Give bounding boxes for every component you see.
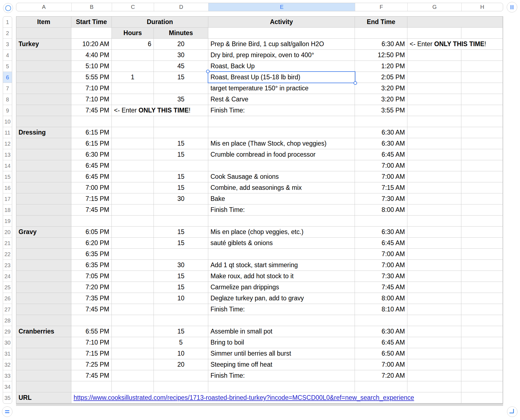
cell-H15[interactable] bbox=[461, 171, 503, 182]
cell-F16-end-time[interactable]: 7:15 AM bbox=[355, 182, 407, 193]
cell-C31-hours[interactable] bbox=[112, 348, 154, 359]
cell-A25[interactable] bbox=[16, 282, 71, 293]
cell-H32[interactable] bbox=[461, 359, 503, 370]
cell-A34[interactable] bbox=[16, 381, 71, 392]
cell-G13[interactable] bbox=[407, 149, 461, 160]
cell-F5-end-time[interactable]: 1:20 PM bbox=[355, 61, 407, 72]
cell-F31-end-time[interactable]: 6:50 AM bbox=[355, 348, 407, 359]
row-header-12[interactable]: 12 bbox=[3, 138, 12, 149]
cell-E9-activity[interactable]: Finish Time: bbox=[208, 105, 355, 116]
row-header-8[interactable]: 8 bbox=[3, 94, 12, 105]
cell-A12[interactable] bbox=[16, 138, 71, 149]
cell-F10-end-time[interactable] bbox=[355, 116, 407, 127]
cell-C6-hours[interactable]: 1 bbox=[112, 72, 154, 83]
cell-D30-minutes[interactable]: 5 bbox=[154, 337, 208, 348]
cell-F25-end-time[interactable]: 7:45 AM bbox=[355, 282, 407, 293]
cell-G27[interactable] bbox=[407, 304, 461, 315]
cell-A10[interactable] bbox=[16, 116, 71, 127]
cell-H13[interactable] bbox=[461, 149, 503, 160]
cell-B28-start-time[interactable] bbox=[71, 315, 112, 326]
cell-E2[interactable] bbox=[208, 28, 355, 39]
cell-A23[interactable] bbox=[16, 260, 71, 271]
row-header-13[interactable]: 13 bbox=[3, 149, 12, 160]
cell-A20[interactable]: Gravy bbox=[16, 227, 71, 238]
cell-C33-hours[interactable] bbox=[112, 370, 154, 381]
cell-A35-url-label[interactable]: URL bbox=[16, 392, 71, 403]
cell-F26-end-time[interactable]: 8:00 AM bbox=[355, 293, 407, 304]
cell-G12[interactable] bbox=[407, 138, 461, 149]
row-header-20[interactable]: 20 bbox=[3, 227, 12, 238]
cell-F4-end-time[interactable]: 12:50 PM bbox=[355, 50, 407, 61]
cell-G17[interactable] bbox=[407, 193, 461, 204]
cell-B7-start-time[interactable]: 7:10 PM bbox=[71, 83, 112, 94]
cell-B13-start-time[interactable]: 6:30 PM bbox=[71, 149, 112, 160]
cell-C19-hours[interactable] bbox=[112, 216, 154, 227]
cell-A16[interactable] bbox=[16, 182, 71, 193]
cell-F17-end-time[interactable]: 7:30 AM bbox=[355, 193, 407, 204]
cell-B12-start-time[interactable]: 6:15 PM bbox=[71, 138, 112, 149]
cell-D6-minutes[interactable]: 15 bbox=[154, 72, 208, 83]
row-header-18[interactable]: 18 bbox=[3, 204, 12, 216]
cell-E25-activity[interactable]: Carmelize pan drippings bbox=[208, 282, 355, 293]
cell-A3[interactable]: Turkey bbox=[16, 39, 71, 50]
row-header-21[interactable]: 21 bbox=[3, 238, 12, 249]
row-header-23[interactable]: 23 bbox=[3, 260, 12, 271]
cell-C27-hours[interactable] bbox=[112, 304, 154, 315]
cell-A14[interactable] bbox=[16, 160, 71, 171]
cell-H33[interactable] bbox=[461, 370, 503, 381]
cell-G5[interactable] bbox=[407, 61, 461, 72]
cell-C4-hours[interactable] bbox=[112, 50, 154, 61]
cell-C7-hours[interactable] bbox=[112, 83, 154, 94]
cell-H30[interactable] bbox=[461, 337, 503, 348]
row-header-15[interactable]: 15 bbox=[3, 171, 12, 182]
cell-E24-activity[interactable]: Make roux, add hot stock to it bbox=[208, 271, 355, 282]
cell-E18-activity[interactable]: Finish Time: bbox=[208, 204, 355, 216]
cell-H35[interactable] bbox=[461, 392, 503, 403]
row-header-17[interactable]: 17 bbox=[3, 193, 12, 204]
cell-C26-hours[interactable] bbox=[112, 293, 154, 304]
cell-C24-hours[interactable] bbox=[112, 271, 154, 282]
cell-E6-activity-selected[interactable]: Roast, Breast Up (15-18 lb bird) bbox=[208, 72, 355, 83]
cell-F29-end-time[interactable]: 6:30 AM bbox=[355, 326, 407, 337]
cell-E19-activity[interactable] bbox=[208, 216, 355, 227]
column-header-C[interactable]: C bbox=[112, 3, 154, 11]
cell-G9[interactable] bbox=[407, 105, 461, 116]
cell-D4-minutes[interactable]: 30 bbox=[154, 50, 208, 61]
row-header-4[interactable]: 4 bbox=[3, 50, 12, 61]
cell-D19-minutes[interactable] bbox=[154, 216, 208, 227]
cell-B3-start-time[interactable]: 10:20 AM bbox=[71, 39, 112, 50]
cell-H6[interactable] bbox=[461, 72, 503, 83]
cell-B23-start-time[interactable]: 6:35 PM bbox=[71, 260, 112, 271]
cell-E20-activity[interactable]: Mis en place (chop veggies, etc.) bbox=[208, 227, 355, 238]
cell-A21[interactable] bbox=[16, 238, 71, 249]
column-header-E[interactable]: E bbox=[208, 3, 355, 11]
cell-G20[interactable] bbox=[407, 227, 461, 238]
row-header-35[interactable]: 35 bbox=[3, 392, 12, 403]
cell-C34-hours[interactable] bbox=[112, 381, 154, 392]
cell-G24[interactable] bbox=[407, 271, 461, 282]
cell-H8[interactable] bbox=[461, 94, 503, 105]
cell-B35-url[interactable]: https://www.cooksillustrated.com/recipes… bbox=[71, 392, 461, 403]
cell-F7-end-time[interactable]: 3:20 PM bbox=[355, 83, 407, 94]
cell-E31-activity[interactable]: Simmer until berries all burst bbox=[208, 348, 355, 359]
cell-D32-minutes[interactable]: 20 bbox=[154, 359, 208, 370]
cell-D24-minutes[interactable]: 15 bbox=[154, 271, 208, 282]
cell-G30[interactable] bbox=[407, 337, 461, 348]
cell-B18-start-time[interactable]: 7:45 PM bbox=[71, 204, 112, 216]
cell-G31[interactable] bbox=[407, 348, 461, 359]
cell-F8-end-time[interactable]: 3:20 PM bbox=[355, 94, 407, 105]
cell-C12-hours[interactable] bbox=[112, 138, 154, 149]
cell-E29-activity[interactable]: Assemble in small pot bbox=[208, 326, 355, 337]
cell-B31-start-time[interactable]: 7:15 PM bbox=[71, 348, 112, 359]
cell-B10-start-time[interactable] bbox=[71, 116, 112, 127]
cell-G8[interactable] bbox=[407, 94, 461, 105]
cell-B9-start-time[interactable]: 7:45 PM bbox=[71, 105, 112, 116]
cell-G3-note[interactable]: <- Enter ONLY THIS TIME! bbox=[407, 39, 503, 50]
cell-A28[interactable] bbox=[16, 315, 71, 326]
cell-H17[interactable] bbox=[461, 193, 503, 204]
cell-A2[interactable] bbox=[16, 28, 71, 39]
cell-H10[interactable] bbox=[461, 116, 503, 127]
cell-H18[interactable] bbox=[461, 204, 503, 216]
cell-A17[interactable] bbox=[16, 193, 71, 204]
cell-H12[interactable] bbox=[461, 138, 503, 149]
